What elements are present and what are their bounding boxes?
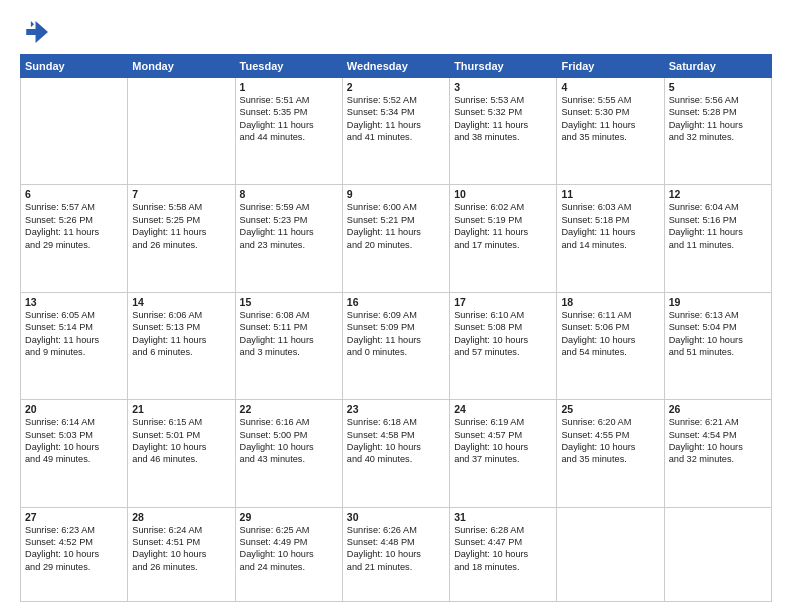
day-number: 25 <box>561 403 659 415</box>
weekday-header-thursday: Thursday <box>450 55 557 78</box>
day-cell: 22Sunrise: 6:16 AM Sunset: 5:00 PM Dayli… <box>235 400 342 507</box>
day-cell <box>128 78 235 185</box>
day-cell: 14Sunrise: 6:06 AM Sunset: 5:13 PM Dayli… <box>128 292 235 399</box>
day-number: 18 <box>561 296 659 308</box>
weekday-header-sunday: Sunday <box>21 55 128 78</box>
day-info: Sunrise: 6:20 AM Sunset: 4:55 PM Dayligh… <box>561 416 659 466</box>
day-info: Sunrise: 6:05 AM Sunset: 5:14 PM Dayligh… <box>25 309 123 359</box>
day-cell: 13Sunrise: 6:05 AM Sunset: 5:14 PM Dayli… <box>21 292 128 399</box>
day-info: Sunrise: 6:24 AM Sunset: 4:51 PM Dayligh… <box>132 524 230 574</box>
day-number: 19 <box>669 296 767 308</box>
day-number: 29 <box>240 511 338 523</box>
day-number: 22 <box>240 403 338 415</box>
day-number: 2 <box>347 81 445 93</box>
day-number: 3 <box>454 81 552 93</box>
day-info: Sunrise: 6:09 AM Sunset: 5:09 PM Dayligh… <box>347 309 445 359</box>
header <box>20 18 772 46</box>
day-number: 14 <box>132 296 230 308</box>
day-info: Sunrise: 6:18 AM Sunset: 4:58 PM Dayligh… <box>347 416 445 466</box>
weekday-header-tuesday: Tuesday <box>235 55 342 78</box>
day-cell: 24Sunrise: 6:19 AM Sunset: 4:57 PM Dayli… <box>450 400 557 507</box>
day-info: Sunrise: 6:13 AM Sunset: 5:04 PM Dayligh… <box>669 309 767 359</box>
day-cell: 28Sunrise: 6:24 AM Sunset: 4:51 PM Dayli… <box>128 507 235 601</box>
day-cell: 25Sunrise: 6:20 AM Sunset: 4:55 PM Dayli… <box>557 400 664 507</box>
day-number: 7 <box>132 188 230 200</box>
weekday-header-monday: Monday <box>128 55 235 78</box>
day-number: 8 <box>240 188 338 200</box>
day-info: Sunrise: 5:59 AM Sunset: 5:23 PM Dayligh… <box>240 201 338 251</box>
page: SundayMondayTuesdayWednesdayThursdayFrid… <box>0 0 792 612</box>
svg-marker-1 <box>31 21 34 27</box>
day-number: 10 <box>454 188 552 200</box>
logo <box>20 18 52 46</box>
day-info: Sunrise: 6:06 AM Sunset: 5:13 PM Dayligh… <box>132 309 230 359</box>
day-info: Sunrise: 6:26 AM Sunset: 4:48 PM Dayligh… <box>347 524 445 574</box>
day-cell: 6Sunrise: 5:57 AM Sunset: 5:26 PM Daylig… <box>21 185 128 292</box>
day-cell: 31Sunrise: 6:28 AM Sunset: 4:47 PM Dayli… <box>450 507 557 601</box>
day-cell: 17Sunrise: 6:10 AM Sunset: 5:08 PM Dayli… <box>450 292 557 399</box>
day-info: Sunrise: 6:23 AM Sunset: 4:52 PM Dayligh… <box>25 524 123 574</box>
calendar-table: SundayMondayTuesdayWednesdayThursdayFrid… <box>20 54 772 602</box>
day-cell: 10Sunrise: 6:02 AM Sunset: 5:19 PM Dayli… <box>450 185 557 292</box>
day-info: Sunrise: 6:02 AM Sunset: 5:19 PM Dayligh… <box>454 201 552 251</box>
day-number: 27 <box>25 511 123 523</box>
day-cell: 20Sunrise: 6:14 AM Sunset: 5:03 PM Dayli… <box>21 400 128 507</box>
day-number: 20 <box>25 403 123 415</box>
day-number: 16 <box>347 296 445 308</box>
day-info: Sunrise: 6:21 AM Sunset: 4:54 PM Dayligh… <box>669 416 767 466</box>
day-info: Sunrise: 6:11 AM Sunset: 5:06 PM Dayligh… <box>561 309 659 359</box>
day-cell <box>21 78 128 185</box>
day-info: Sunrise: 5:51 AM Sunset: 5:35 PM Dayligh… <box>240 94 338 144</box>
day-cell: 18Sunrise: 6:11 AM Sunset: 5:06 PM Dayli… <box>557 292 664 399</box>
day-number: 6 <box>25 188 123 200</box>
day-info: Sunrise: 6:25 AM Sunset: 4:49 PM Dayligh… <box>240 524 338 574</box>
day-number: 5 <box>669 81 767 93</box>
day-number: 4 <box>561 81 659 93</box>
day-info: Sunrise: 6:00 AM Sunset: 5:21 PM Dayligh… <box>347 201 445 251</box>
day-cell <box>557 507 664 601</box>
week-row-1: 1Sunrise: 5:51 AM Sunset: 5:35 PM Daylig… <box>21 78 772 185</box>
day-info: Sunrise: 6:14 AM Sunset: 5:03 PM Dayligh… <box>25 416 123 466</box>
day-info: Sunrise: 5:52 AM Sunset: 5:34 PM Dayligh… <box>347 94 445 144</box>
day-number: 1 <box>240 81 338 93</box>
day-cell: 27Sunrise: 6:23 AM Sunset: 4:52 PM Dayli… <box>21 507 128 601</box>
day-number: 21 <box>132 403 230 415</box>
weekday-header-saturday: Saturday <box>664 55 771 78</box>
week-row-2: 6Sunrise: 5:57 AM Sunset: 5:26 PM Daylig… <box>21 185 772 292</box>
day-number: 26 <box>669 403 767 415</box>
day-number: 24 <box>454 403 552 415</box>
logo-icon <box>20 18 48 46</box>
weekday-header-row: SundayMondayTuesdayWednesdayThursdayFrid… <box>21 55 772 78</box>
day-cell: 23Sunrise: 6:18 AM Sunset: 4:58 PM Dayli… <box>342 400 449 507</box>
week-row-3: 13Sunrise: 6:05 AM Sunset: 5:14 PM Dayli… <box>21 292 772 399</box>
day-number: 11 <box>561 188 659 200</box>
day-info: Sunrise: 5:57 AM Sunset: 5:26 PM Dayligh… <box>25 201 123 251</box>
day-cell: 15Sunrise: 6:08 AM Sunset: 5:11 PM Dayli… <box>235 292 342 399</box>
day-cell: 29Sunrise: 6:25 AM Sunset: 4:49 PM Dayli… <box>235 507 342 601</box>
day-cell: 8Sunrise: 5:59 AM Sunset: 5:23 PM Daylig… <box>235 185 342 292</box>
day-info: Sunrise: 5:53 AM Sunset: 5:32 PM Dayligh… <box>454 94 552 144</box>
day-info: Sunrise: 5:56 AM Sunset: 5:28 PM Dayligh… <box>669 94 767 144</box>
day-number: 12 <box>669 188 767 200</box>
svg-marker-0 <box>26 21 48 43</box>
day-cell: 16Sunrise: 6:09 AM Sunset: 5:09 PM Dayli… <box>342 292 449 399</box>
day-cell: 2Sunrise: 5:52 AM Sunset: 5:34 PM Daylig… <box>342 78 449 185</box>
day-cell: 7Sunrise: 5:58 AM Sunset: 5:25 PM Daylig… <box>128 185 235 292</box>
day-number: 30 <box>347 511 445 523</box>
week-row-4: 20Sunrise: 6:14 AM Sunset: 5:03 PM Dayli… <box>21 400 772 507</box>
day-cell: 21Sunrise: 6:15 AM Sunset: 5:01 PM Dayli… <box>128 400 235 507</box>
day-number: 31 <box>454 511 552 523</box>
day-info: Sunrise: 6:19 AM Sunset: 4:57 PM Dayligh… <box>454 416 552 466</box>
weekday-header-friday: Friday <box>557 55 664 78</box>
day-number: 15 <box>240 296 338 308</box>
day-number: 9 <box>347 188 445 200</box>
day-info: Sunrise: 6:04 AM Sunset: 5:16 PM Dayligh… <box>669 201 767 251</box>
day-cell: 9Sunrise: 6:00 AM Sunset: 5:21 PM Daylig… <box>342 185 449 292</box>
day-cell: 30Sunrise: 6:26 AM Sunset: 4:48 PM Dayli… <box>342 507 449 601</box>
day-cell: 3Sunrise: 5:53 AM Sunset: 5:32 PM Daylig… <box>450 78 557 185</box>
day-info: Sunrise: 6:08 AM Sunset: 5:11 PM Dayligh… <box>240 309 338 359</box>
day-info: Sunrise: 6:03 AM Sunset: 5:18 PM Dayligh… <box>561 201 659 251</box>
day-info: Sunrise: 5:55 AM Sunset: 5:30 PM Dayligh… <box>561 94 659 144</box>
day-cell: 5Sunrise: 5:56 AM Sunset: 5:28 PM Daylig… <box>664 78 771 185</box>
day-number: 17 <box>454 296 552 308</box>
